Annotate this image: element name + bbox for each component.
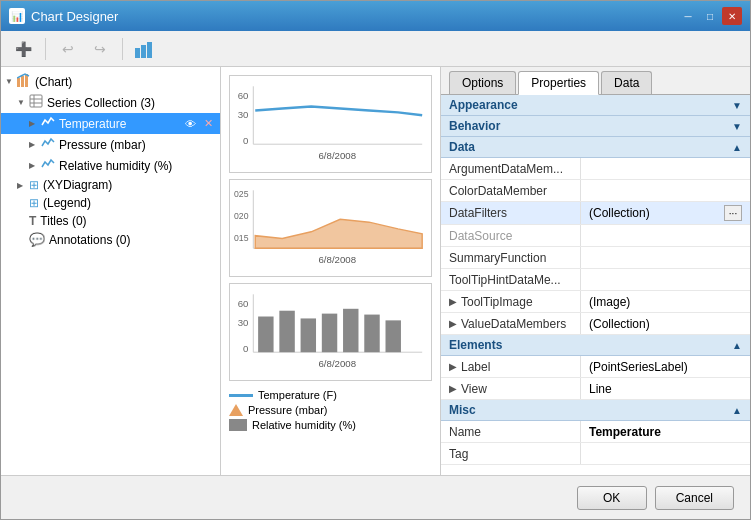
pressure-label: Pressure (mbar): [59, 138, 216, 152]
tab-properties[interactable]: Properties: [518, 71, 599, 95]
prop-value-datafilters[interactable]: (Collection) ···: [581, 202, 750, 224]
legend-line-temp: [229, 394, 253, 397]
appearance-chevron: ▼: [732, 100, 742, 111]
svg-text:6/8/2008: 6/8/2008: [319, 358, 356, 369]
temperature-visibility-button[interactable]: 👁: [182, 116, 198, 132]
minimize-button[interactable]: ─: [678, 7, 698, 25]
prop-label: ▶ Label (PointSeriesLabel): [441, 356, 750, 378]
prop-value-tooltip-image[interactable]: (Image): [581, 291, 750, 312]
misc-chevron: ▲: [732, 405, 742, 416]
prop-name-datasource: DataSource: [441, 225, 581, 246]
bar-chart-preview: 60 30 0 6/8/2008: [229, 283, 432, 381]
prop-value-argument[interactable]: [581, 158, 750, 179]
elements-chevron: ▲: [732, 340, 742, 351]
legend-item-humidity: Relative humidity (%): [229, 419, 432, 431]
window-title: Chart Designer: [31, 9, 118, 24]
prop-value-value-members[interactable]: (Collection): [581, 313, 750, 334]
legend-item-pressure: Pressure (mbar): [229, 404, 432, 416]
close-button[interactable]: ✕: [722, 7, 742, 25]
expander-pressure: ▶: [29, 140, 41, 149]
xydiagram-label: (XYDiagram): [43, 178, 216, 192]
tree-panel: ▼ (Chart) ▼: [1, 67, 221, 475]
svg-rect-3: [17, 78, 20, 87]
series-collection-label: Series Collection (3): [47, 96, 216, 110]
restore-button[interactable]: □: [700, 7, 720, 25]
temperature-actions: 👁 ✕: [182, 116, 216, 132]
prop-name-argument: ArgumentDataMem...: [441, 158, 581, 179]
titles-icon: T: [29, 214, 36, 228]
prop-value-tag[interactable]: [581, 443, 750, 464]
undo-button[interactable]: ↩: [54, 36, 82, 62]
svg-rect-6: [30, 95, 42, 107]
tab-data[interactable]: Data: [601, 71, 652, 94]
section-behavior[interactable]: Behavior ▼: [441, 116, 750, 137]
tree-item-series-collection[interactable]: ▼ Series Collection (3): [1, 92, 220, 113]
tab-options[interactable]: Options: [449, 71, 516, 94]
legend-item-temperature: Temperature (F): [229, 389, 432, 401]
prop-name-label: ▶ Label: [441, 356, 581, 377]
elements-label: Elements: [449, 338, 502, 352]
tabs-header: Options Properties Data: [441, 67, 750, 95]
svg-rect-28: [258, 317, 273, 353]
svg-rect-4: [21, 76, 24, 87]
prop-value-view[interactable]: Line: [581, 378, 750, 399]
label-expand[interactable]: ▶: [449, 361, 457, 372]
temperature-delete-button[interactable]: ✕: [200, 116, 216, 132]
prop-value-name[interactable]: Temperature: [581, 421, 750, 442]
appearance-label: Appearance: [449, 98, 518, 112]
tree-item-pressure[interactable]: ▶ Pressure (mbar): [1, 134, 220, 155]
section-elements[interactable]: Elements ▲: [441, 335, 750, 356]
view-expand[interactable]: ▶: [449, 383, 457, 394]
svg-rect-32: [343, 309, 358, 352]
prop-tooltip-hint: ToolTipHintDataMe...: [441, 269, 750, 291]
add-button[interactable]: ➕: [9, 36, 37, 62]
chart-gallery-button[interactable]: [131, 36, 159, 62]
prop-tooltip-image: ▶ ToolTipImage (Image): [441, 291, 750, 313]
prop-name-tooltip-hint: ToolTipHintDataMe...: [441, 269, 581, 290]
svg-text:1025: 1025: [234, 189, 249, 199]
footer: OK Cancel: [1, 475, 750, 519]
tree-item-legend[interactable]: ⊞ (Legend): [1, 194, 220, 212]
cancel-button[interactable]: Cancel: [655, 486, 734, 510]
toolbar-sep-1: [45, 38, 46, 60]
prop-value-label[interactable]: (PointSeriesLabel): [581, 356, 750, 377]
annotations-label: Annotations (0): [49, 233, 216, 247]
prop-value-tooltip-hint[interactable]: [581, 269, 750, 290]
prop-value-data-members: ▶ ValueDataMembers (Collection): [441, 313, 750, 335]
svg-text:6/8/2008: 6/8/2008: [319, 254, 356, 265]
prop-name-value-members: ▶ ValueDataMembers: [441, 313, 581, 334]
tree-item-annotations[interactable]: 💬 Annotations (0): [1, 230, 220, 249]
behavior-label: Behavior: [449, 119, 500, 133]
tree-item-humidity[interactable]: ▶ Relative humidity (%): [1, 155, 220, 176]
redo-button[interactable]: ↪: [86, 36, 114, 62]
temperature-series-icon: [41, 115, 55, 132]
ok-button[interactable]: OK: [577, 486, 647, 510]
svg-text:30: 30: [238, 109, 249, 120]
properties-panel: Options Properties Data Appearance ▼ Beh…: [441, 67, 750, 475]
section-data[interactable]: Data ▲: [441, 137, 750, 158]
prop-value-datasource[interactable]: [581, 225, 750, 246]
tree-item-temperature[interactable]: ▶ Temperature 👁 ✕: [1, 113, 220, 134]
prop-data-filters: DataFilters (Collection) ···: [441, 202, 750, 225]
title-bar: 📊 Chart Designer ─ □ ✕: [1, 1, 750, 31]
prop-data-source: DataSource: [441, 225, 750, 247]
window-controls: ─ □ ✕: [678, 7, 742, 25]
svg-rect-1: [141, 45, 146, 58]
section-misc[interactable]: Misc ▲: [441, 400, 750, 421]
prop-value-summary[interactable]: [581, 247, 750, 268]
prop-name-tooltip-image: ▶ ToolTipImage: [441, 291, 581, 312]
prop-value-color[interactable]: [581, 180, 750, 201]
line-chart-preview: 60 30 0 6/8/2008: [229, 75, 432, 173]
tooltip-image-expand[interactable]: ▶: [449, 296, 457, 307]
prop-name-name: Name: [441, 421, 581, 442]
tree-item-chart[interactable]: ▼ (Chart): [1, 71, 220, 92]
value-members-expand[interactable]: ▶: [449, 318, 457, 329]
legend-label-pressure: Pressure (mbar): [248, 404, 327, 416]
datafilters-edit-button[interactable]: ···: [724, 205, 742, 221]
misc-label: Misc: [449, 403, 476, 417]
section-appearance[interactable]: Appearance ▼: [441, 95, 750, 116]
tree-item-titles[interactable]: T Titles (0): [1, 212, 220, 230]
chart-designer-window: 📊 Chart Designer ─ □ ✕ ➕ ↩ ↪ ▼: [0, 0, 751, 520]
tree-item-xydiagram[interactable]: ▶ ⊞ (XYDiagram): [1, 176, 220, 194]
prop-name-row: Name Temperature: [441, 421, 750, 443]
